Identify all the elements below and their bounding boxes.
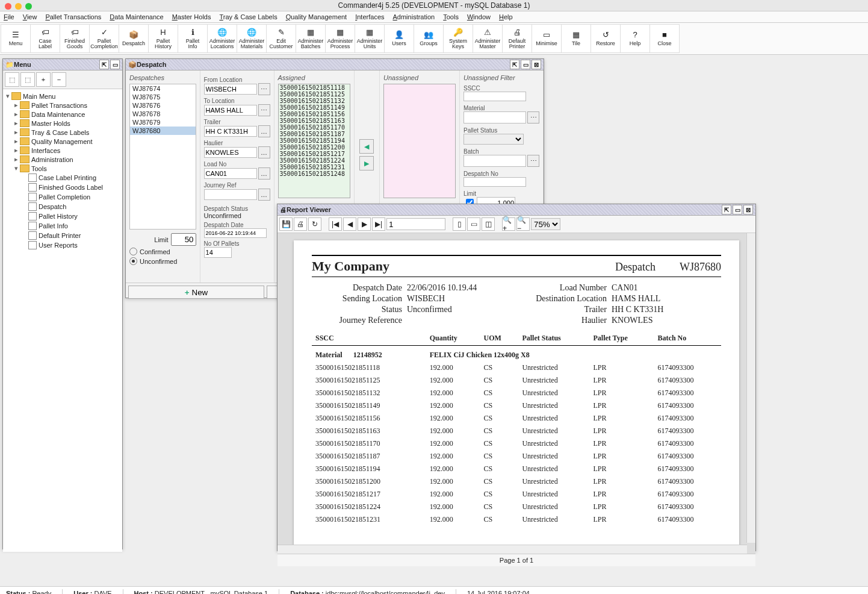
toolbar-help[interactable]: ?Help <box>620 24 650 53</box>
vertical-scrollbar[interactable] <box>746 233 755 543</box>
fit-page-icon[interactable]: ▯ <box>453 217 466 231</box>
maximize-icon[interactable]: ▭ <box>733 205 742 214</box>
to-location-lookup-button[interactable]: ⋯ <box>258 104 270 116</box>
menu-tray-case-labels[interactable]: Tray & Case Labels <box>219 13 277 20</box>
tree-item-finished-goods-label[interactable]: Finished Goods Label <box>4 183 121 192</box>
save-icon[interactable]: 💾 <box>279 217 293 231</box>
tree-item-interfaces[interactable]: ▸Interfaces <box>4 146 121 155</box>
report-page-area[interactable]: My Company Despatch WJ87680 Despatch Dat… <box>277 233 755 554</box>
despatch-list-item[interactable]: WJ87678 <box>130 110 196 118</box>
detach-icon[interactable]: ⇱ <box>99 60 109 69</box>
toolbar-tile[interactable]: ▦Tile <box>561 24 591 53</box>
tree-item-case-label-printing[interactable]: Case Label Printing <box>4 173 121 183</box>
toolbar-minimise[interactable]: ▭Minimise <box>532 24 562 53</box>
toolbar-administer-master[interactable]: ⚠AdministerMaster <box>473 24 503 53</box>
load-no-lookup-button[interactable]: … <box>258 167 270 180</box>
menu-file[interactable]: File <box>4 13 14 20</box>
close-icon[interactable]: ⊠ <box>743 205 753 214</box>
menu-tools[interactable]: Tools <box>443 13 459 20</box>
assigned-list-item[interactable]: 350001615021851132 <box>279 98 350 104</box>
mac-maximize-button[interactable] <box>25 3 32 10</box>
despatch-list[interactable]: WJ87674WJ87675WJ87676WJ87678WJ87679WJ876… <box>129 84 196 230</box>
from-location-lookup-button[interactable]: ⋯ <box>258 83 270 95</box>
despatch-list-item[interactable]: WJ87680 <box>130 127 196 135</box>
load-no-input[interactable] <box>204 168 257 179</box>
tree-item-main-menu[interactable]: ▾Main Menu <box>4 92 121 101</box>
assigned-list-item[interactable]: 350001615021851118 <box>279 84 350 91</box>
toolbar-pallet-completion[interactable]: ✓PalletCompletion <box>89 24 119 53</box>
assigned-list-item[interactable]: 350001615021851194 <box>279 137 350 144</box>
detach-icon[interactable]: ⇱ <box>722 205 731 214</box>
menu-administration[interactable]: Administration <box>393 13 435 20</box>
tree-item-quality-management[interactable]: ▸Quality Management <box>4 137 121 146</box>
detach-icon[interactable]: ⇱ <box>510 60 519 69</box>
toolbar-groups[interactable]: 👥Groups <box>414 24 444 53</box>
despatch-list-item[interactable]: WJ87676 <box>130 101 196 110</box>
tree-item-administration[interactable]: ▸Administration <box>4 155 121 164</box>
despatch-window-titlebar[interactable]: 📦 Despatch ⇱ ▭ ⊠ <box>126 59 544 70</box>
toolbar-close[interactable]: ■Close <box>649 24 680 53</box>
trailer-lookup-button[interactable]: … <box>258 125 270 137</box>
last-page-button[interactable]: ▶| <box>372 217 385 231</box>
menu-interfaces[interactable]: Interfaces <box>355 13 384 20</box>
collapse-icon[interactable]: ▭ <box>110 60 120 69</box>
menu-master-holds[interactable]: Master Holds <box>172 13 211 20</box>
zoom-out-icon[interactable]: 🔍− <box>516 217 530 231</box>
first-page-button[interactable]: |◀ <box>329 217 342 231</box>
mac-close-button[interactable] <box>5 3 11 10</box>
assigned-list-item[interactable]: 350001615021851163 <box>279 117 350 124</box>
haulier-input[interactable] <box>204 147 257 158</box>
menu-view[interactable]: View <box>23 13 37 20</box>
filter-material-input[interactable] <box>463 111 526 123</box>
filter-pallet-status-select[interactable] <box>463 134 524 145</box>
tree-item-pallet-info[interactable]: Pallet Info <box>4 221 121 231</box>
menu-pallet-transactions[interactable]: Pallet Transactions <box>45 13 101 20</box>
actual-size-icon[interactable]: ◫ <box>482 217 495 231</box>
maximize-icon[interactable]: ▭ <box>521 60 530 69</box>
zoom-select[interactable]: 75% <box>531 218 560 230</box>
toolbar-administer-process[interactable]: ▦AdministerProcess <box>325 24 355 53</box>
filter-sscc-input[interactable] <box>463 92 526 101</box>
tree-item-pallet-completion[interactable]: Pallet Completion <box>4 192 121 202</box>
tree-collapse-button[interactable]: − <box>52 72 66 87</box>
tree-item-default-printer[interactable]: Default Printer <box>4 231 121 240</box>
assigned-list-item[interactable]: 350001615021851187 <box>279 131 350 137</box>
mac-minimize-button[interactable] <box>15 3 22 10</box>
close-icon[interactable]: ⊠ <box>532 60 541 69</box>
filter-despatch-no-input[interactable] <box>463 177 526 187</box>
assign-left-button[interactable]: ◀ <box>359 139 374 154</box>
toolbar-menu[interactable]: ☰Menu <box>1 24 31 53</box>
assigned-list-item[interactable]: 350001615021851231 <box>279 164 350 170</box>
reload-icon[interactable]: ↻ <box>308 217 321 231</box>
limit-input[interactable] <box>171 233 196 246</box>
toolbar-finished-goods[interactable]: 🏷FinishedGoods <box>60 24 90 53</box>
despatch-date-input[interactable] <box>204 228 267 238</box>
menu-data-maintenance[interactable]: Data Maintenance <box>110 13 163 20</box>
assigned-list-item[interactable]: 350001615021851125 <box>279 91 350 98</box>
to-location-input[interactable] <box>204 105 257 116</box>
tree-item-despatch[interactable]: Despatch <box>4 202 121 211</box>
tree-button-2[interactable]: ⬚ <box>20 72 35 87</box>
haulier-lookup-button[interactable]: … <box>258 146 270 158</box>
tree-item-user-reports[interactable]: User Reports <box>4 240 121 250</box>
assigned-list-item[interactable]: 350001615021851217 <box>279 151 350 157</box>
toolbar-pallet-info[interactable]: ℹPalletInfo <box>178 24 208 53</box>
tree-item-tools[interactable]: ▾Tools <box>4 164 121 173</box>
journey-ref-lookup-button[interactable]: … <box>258 189 270 201</box>
toolbar-system-keys[interactable]: 🔑SystemKeys <box>443 24 473 53</box>
tree-button-1[interactable]: ⬚ <box>5 72 19 87</box>
despatch-list-item[interactable]: WJ87675 <box>130 93 196 101</box>
tree-item-tray-case-labels[interactable]: ▸Tray & Case Labels <box>4 128 121 137</box>
print-icon[interactable]: 🖨 <box>294 217 307 231</box>
unconfirmed-radio[interactable]: Unconfirmed <box>129 257 196 265</box>
filter-batch-input[interactable] <box>463 155 526 167</box>
assigned-list-item[interactable]: 350001615021851170 <box>279 124 350 131</box>
tree-item-master-holds[interactable]: ▸Master Holds <box>4 119 121 128</box>
prev-page-button[interactable]: ◀ <box>343 217 356 231</box>
trailer-input[interactable] <box>204 126 257 137</box>
toolbar-administer-materials[interactable]: 🌐AdministerMaterials <box>237 24 267 53</box>
new-button[interactable]: +New <box>128 286 264 299</box>
menu-window-titlebar[interactable]: 📁 Menu ⇱ ▭ <box>3 59 122 70</box>
assigned-list-item[interactable]: 350001615021851248 <box>279 170 350 177</box>
page-number-input[interactable] <box>386 218 445 230</box>
